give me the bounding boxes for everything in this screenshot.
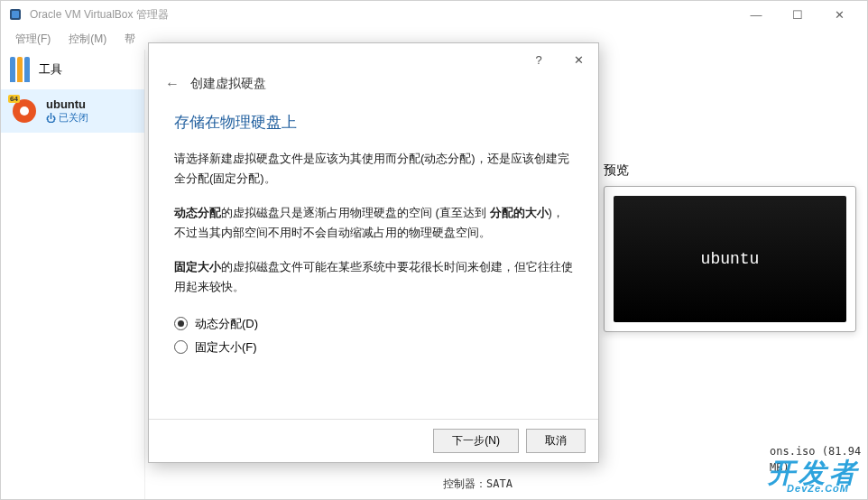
p3-text: 的虚拟磁盘文件可能在某些系统中要花很长时间来创建，但它往往使用起来较快。 (174, 260, 573, 293)
menu-help[interactable]: 帮 (115, 30, 144, 49)
vm-state: ⏻ 已关闭 (46, 111, 88, 125)
back-button[interactable]: ← (165, 76, 180, 92)
dialog-title: 创建虚拟硬盘 (190, 76, 266, 92)
vm-name: ubuntu (46, 97, 88, 111)
radio-fixed-label: 固定大小(F) (195, 339, 257, 356)
svg-rect-1 (12, 11, 19, 18)
minimize-button[interactable]: — (735, 1, 777, 28)
vm-state-text: 已关闭 (59, 111, 88, 125)
p2-text1: 的虚拟磁盘只是逐渐占用物理硬盘的空间 (直至达到 (221, 206, 490, 219)
paragraph-3: 固定大小的虚拟磁盘文件可能在某些系统中要花很长时间来创建，但它往往使用起来较快。 (174, 257, 573, 297)
allocation-radio-group: 动态分配(D) 固定大小(F) (174, 312, 573, 359)
preview-header: 预览 (604, 162, 856, 186)
p3-bold: 固定大小 (174, 260, 221, 273)
main-titlebar: Oracle VM VirtualBox 管理器 — ☐ ✕ (1, 1, 867, 28)
preview-pane: 预览 ubuntu (604, 162, 856, 332)
tools-label: 工具 (39, 61, 62, 78)
window-title: Oracle VM VirtualBox 管理器 (30, 7, 735, 23)
preview-card: ubuntu (604, 186, 856, 332)
close-button[interactable]: ✕ (818, 1, 860, 28)
virtualbox-icon (8, 7, 23, 22)
radio-icon (174, 340, 188, 354)
vm-details: ubuntu ⏻ 已关闭 (46, 97, 88, 125)
watermark-sub: DevZe.CoM (787, 483, 849, 494)
radio-dynamic-label: 动态分配(D) (195, 316, 258, 332)
dialog-body: 存储在物理硬盘上 请选择新建虚拟硬盘文件是应该为其使用而分配(动态分配)，还是应… (149, 103, 598, 419)
svg-point-3 (20, 106, 29, 116)
maximize-button[interactable]: ☐ (777, 1, 818, 28)
paragraph-2: 动态分配的虚拟磁盘只是逐渐占用物理硬盘的空间 (直至达到 分配的大小)，不过当其… (174, 203, 573, 243)
tools-icon (10, 57, 30, 82)
window-controls: — ☐ ✕ (735, 1, 860, 28)
radio-fixed[interactable]: 固定大小(F) (174, 336, 573, 359)
p2-bold2: 分配的大小 (490, 206, 549, 219)
vm-icon: 64 (10, 97, 39, 125)
dialog-help-button[interactable]: ? (519, 43, 559, 76)
menu-control[interactable]: 控制(M) (60, 30, 115, 49)
vm-list-item[interactable]: 64 ubuntu ⏻ 已关闭 (1, 89, 144, 133)
next-button[interactable]: 下一步(N) (433, 429, 519, 453)
preview-screen: ubuntu (614, 196, 846, 322)
power-icon: ⏻ (46, 113, 56, 124)
p2-bold1: 动态分配 (174, 206, 221, 219)
tools-row[interactable]: 工具 (1, 50, 144, 89)
vm-arch-badge: 64 (8, 95, 20, 103)
section-title: 存储在物理硬盘上 (174, 112, 573, 133)
radio-dynamic[interactable]: 动态分配(D) (174, 312, 573, 336)
watermark: 开发者 DevZe.CoM (768, 455, 860, 492)
radio-icon (174, 317, 188, 330)
create-disk-dialog: ? ✕ ← 创建虚拟硬盘 存储在物理硬盘上 请选择新建虚拟硬盘文件是应该为其使用… (148, 42, 599, 463)
cancel-button[interactable]: 取消 (526, 429, 586, 453)
dialog-titlebar: ? ✕ (149, 43, 598, 76)
main-window: Oracle VM VirtualBox 管理器 — ☐ ✕ 管理(F) 控制(… (0, 0, 868, 500)
sidebar: 工具 64 ubuntu ⏻ 已关闭 (1, 50, 145, 499)
dialog-header: ← 创建虚拟硬盘 (149, 76, 598, 103)
dialog-close-button[interactable]: ✕ (559, 43, 598, 76)
menu-file[interactable]: 管理(F) (6, 30, 60, 49)
paragraph-1: 请选择新建虚拟硬盘文件是应该为其使用而分配(动态分配)，还是应该创建完全分配(固… (174, 149, 573, 189)
dialog-footer: 下一步(N) 取消 (149, 419, 598, 462)
